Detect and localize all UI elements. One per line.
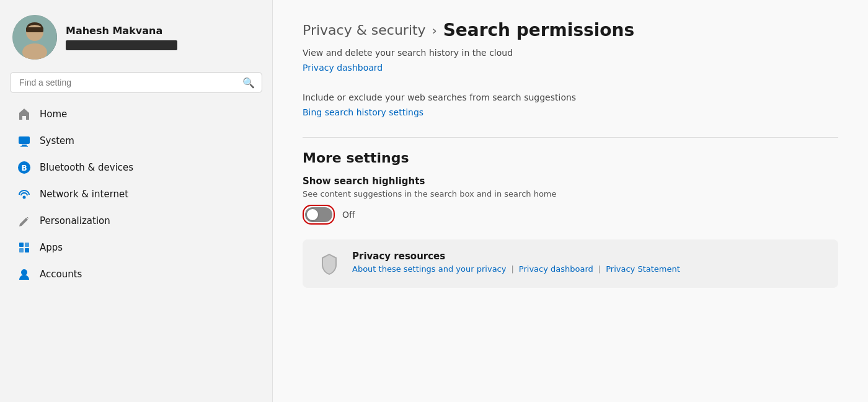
svg-point-9 [23,196,26,199]
web-searches-section: Include or exclude your web searches fro… [303,92,838,120]
search-history-desc: View and delete your search history in t… [303,48,838,58]
toggle-knob [307,209,318,220]
svg-rect-12 [19,248,24,252]
privacy-dashboard-footer-link[interactable]: Privacy dashboard [519,264,593,274]
toggle-row: Off [303,205,838,225]
network-icon [17,187,31,201]
avatar [12,15,57,60]
sidebar-item-network[interactable]: Network & internet [5,181,267,207]
sidebar-item-apps[interactable]: Apps [5,234,267,261]
search-icon: 🔍 [242,77,255,89]
show-search-highlights-sublabel: See content suggestions in the search bo… [303,189,838,199]
section-divider [303,137,838,138]
toggle-status: Off [342,210,355,220]
shield-icon [316,251,342,277]
page-title: Search permissions [443,20,635,40]
privacy-card-content: Privacy resources About these settings a… [352,251,680,274]
svg-rect-10 [19,243,24,247]
user-info: Mahesh Makvana [66,25,177,50]
search-box: 🔍 [10,72,262,93]
breadcrumb-separator: › [432,23,437,38]
user-name: Mahesh Makvana [66,25,177,37]
apps-icon [17,241,31,254]
bing-history-link[interactable]: Bing search history settings [303,107,423,117]
sidebar: Mahesh Makvana 🔍 Home S [0,0,273,402]
more-settings-title: More settings [303,150,838,166]
more-settings-section: More settings Show search highlights See… [303,150,838,225]
user-email-redacted [66,40,177,50]
sidebar-item-system[interactable]: System [5,128,267,154]
sidebar-item-accounts-label: Accounts [40,269,82,280]
about-settings-link[interactable]: About these settings and your privacy [352,264,506,274]
home-icon [17,107,31,121]
svg-rect-3 [26,27,43,32]
sidebar-item-personalization-label: Personalization [40,215,110,226]
main-content: Privacy & security › Search permissions … [273,0,868,402]
sidebar-item-network-label: Network & internet [40,189,128,200]
show-search-highlights-toggle[interactable] [305,207,332,222]
svg-rect-13 [25,248,29,252]
sidebar-item-bluetooth[interactable]: B Bluetooth & devices [5,154,267,181]
sidebar-item-personalization[interactable]: Personalization [5,208,267,234]
sidebar-item-home-label: Home [40,109,67,120]
breadcrumb-parent: Privacy & security [303,22,426,38]
pipe-1: | [511,264,513,274]
privacy-resources-card: Privacy resources About these settings a… [303,239,838,288]
user-profile: Mahesh Makvana [0,0,272,72]
svg-rect-6 [20,146,28,147]
privacy-statement-link[interactable]: Privacy Statement [606,264,680,274]
privacy-dashboard-link[interactable]: Privacy dashboard [303,63,383,73]
show-search-highlights-row: Show search highlights See content sugge… [303,176,838,225]
search-history-section: View and delete your search history in t… [303,48,838,75]
svg-point-14 [21,269,27,275]
privacy-links: About these settings and your privacy | … [352,264,680,274]
sidebar-item-home[interactable]: Home [5,101,267,127]
toggle-highlight-wrapper [303,205,335,225]
accounts-icon [17,267,31,281]
svg-rect-5 [22,145,27,146]
web-searches-desc: Include or exclude your web searches fro… [303,92,838,102]
svg-rect-11 [25,243,29,247]
bluetooth-icon: B [17,161,31,174]
svg-rect-4 [19,136,30,144]
nav-list: Home System B Bluetooth & devices [0,98,272,402]
privacy-card-title: Privacy resources [352,251,680,262]
personalization-icon [17,214,31,228]
sidebar-item-accounts[interactable]: Accounts [5,261,267,287]
system-icon [17,134,31,148]
breadcrumb: Privacy & security › Search permissions [303,20,838,40]
sidebar-item-system-label: System [40,135,74,146]
pipe-2: | [598,264,601,274]
show-search-highlights-label: Show search highlights [303,176,838,187]
sidebar-item-apps-label: Apps [40,242,63,253]
svg-text:B: B [21,164,27,172]
search-input[interactable] [10,72,262,93]
sidebar-item-bluetooth-label: Bluetooth & devices [40,162,133,173]
